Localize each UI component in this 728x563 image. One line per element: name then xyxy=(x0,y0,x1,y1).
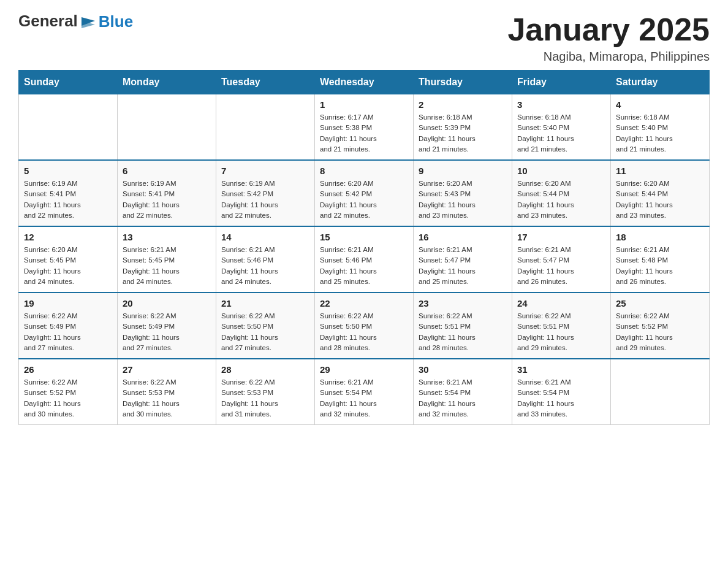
calendar-cell: 19Sunrise: 6:22 AMSunset: 5:49 PMDayligh… xyxy=(19,293,118,359)
column-header-sunday: Sunday xyxy=(19,71,118,94)
calendar-cell: 26Sunrise: 6:22 AMSunset: 5:52 PMDayligh… xyxy=(19,359,118,425)
calendar-cell: 5Sunrise: 6:19 AMSunset: 5:41 PMDaylight… xyxy=(19,160,118,226)
day-number: 11 xyxy=(616,166,704,176)
day-number: 15 xyxy=(320,232,408,242)
day-info: Sunrise: 6:22 AMSunset: 5:52 PMDaylight:… xyxy=(616,311,704,353)
day-number: 21 xyxy=(221,298,309,308)
column-header-friday: Friday xyxy=(512,71,611,94)
calendar-cell: 10Sunrise: 6:20 AMSunset: 5:44 PMDayligh… xyxy=(512,160,611,226)
calendar-cell: 31Sunrise: 6:21 AMSunset: 5:54 PMDayligh… xyxy=(512,359,611,425)
day-info: Sunrise: 6:20 AMSunset: 5:44 PMDaylight:… xyxy=(517,178,605,221)
day-info: Sunrise: 6:21 AMSunset: 5:54 PMDaylight:… xyxy=(419,377,507,419)
calendar-cell: 3Sunrise: 6:18 AMSunset: 5:40 PMDaylight… xyxy=(512,94,611,161)
day-number: 24 xyxy=(517,298,605,308)
day-info: Sunrise: 6:21 AMSunset: 5:45 PMDaylight:… xyxy=(123,245,211,287)
calendar-cell: 11Sunrise: 6:20 AMSunset: 5:44 PMDayligh… xyxy=(611,160,710,226)
page-subtitle: Nagiba, Mimaropa, Philippines xyxy=(507,50,710,64)
calendar-cell: 1Sunrise: 6:17 AMSunset: 5:38 PMDaylight… xyxy=(315,94,414,161)
calendar-cell: 24Sunrise: 6:22 AMSunset: 5:51 PMDayligh… xyxy=(512,293,611,359)
calendar-week-4: 19Sunrise: 6:22 AMSunset: 5:49 PMDayligh… xyxy=(19,293,710,359)
calendar-cell: 18Sunrise: 6:21 AMSunset: 5:48 PMDayligh… xyxy=(611,226,710,293)
day-number: 10 xyxy=(517,166,605,176)
day-number: 1 xyxy=(320,99,408,110)
day-number: 6 xyxy=(123,166,211,176)
day-info: Sunrise: 6:20 AMSunset: 5:44 PMDaylight:… xyxy=(616,178,704,221)
day-number: 9 xyxy=(419,166,507,176)
day-number: 28 xyxy=(221,364,309,375)
day-number: 26 xyxy=(24,364,112,375)
day-number: 27 xyxy=(123,364,211,375)
calendar-table: SundayMondayTuesdayWednesdayThursdayFrid… xyxy=(18,70,710,425)
day-number: 12 xyxy=(24,232,112,242)
day-info: Sunrise: 6:21 AMSunset: 5:47 PMDaylight:… xyxy=(419,245,507,287)
day-info: Sunrise: 6:20 AMSunset: 5:43 PMDaylight:… xyxy=(419,178,507,221)
calendar-cell: 9Sunrise: 6:20 AMSunset: 5:43 PMDaylight… xyxy=(414,160,512,226)
day-number: 8 xyxy=(320,166,408,176)
calendar-cell: 20Sunrise: 6:22 AMSunset: 5:49 PMDayligh… xyxy=(118,293,216,359)
calendar-cell xyxy=(611,359,710,425)
day-number: 16 xyxy=(419,232,507,242)
day-number: 2 xyxy=(419,99,507,110)
day-info: Sunrise: 6:22 AMSunset: 5:51 PMDaylight:… xyxy=(517,311,605,353)
day-number: 18 xyxy=(616,232,704,242)
calendar-cell: 28Sunrise: 6:22 AMSunset: 5:53 PMDayligh… xyxy=(216,359,315,425)
calendar-cell: 25Sunrise: 6:22 AMSunset: 5:52 PMDayligh… xyxy=(611,293,710,359)
calendar-cell xyxy=(118,94,216,161)
calendar-cell: 23Sunrise: 6:22 AMSunset: 5:51 PMDayligh… xyxy=(414,293,512,359)
title-section: January 2025 Nagiba, Mimaropa, Philippin… xyxy=(507,12,710,64)
day-number: 23 xyxy=(419,298,507,308)
column-header-wednesday: Wednesday xyxy=(315,71,414,94)
day-info: Sunrise: 6:21 AMSunset: 5:46 PMDaylight:… xyxy=(320,245,408,287)
day-info: Sunrise: 6:20 AMSunset: 5:45 PMDaylight:… xyxy=(24,245,112,287)
calendar-cell: 16Sunrise: 6:21 AMSunset: 5:47 PMDayligh… xyxy=(414,226,512,293)
calendar-cell xyxy=(216,94,315,161)
day-info: Sunrise: 6:18 AMSunset: 5:40 PMDaylight:… xyxy=(616,112,704,155)
day-number: 19 xyxy=(24,298,112,308)
day-number: 4 xyxy=(616,99,704,110)
day-number: 30 xyxy=(419,364,507,375)
calendar-cell: 6Sunrise: 6:19 AMSunset: 5:41 PMDaylight… xyxy=(118,160,216,226)
day-info: Sunrise: 6:21 AMSunset: 5:46 PMDaylight:… xyxy=(221,245,309,287)
calendar-cell: 30Sunrise: 6:21 AMSunset: 5:54 PMDayligh… xyxy=(414,359,512,425)
day-info: Sunrise: 6:22 AMSunset: 5:53 PMDaylight:… xyxy=(221,377,309,419)
logo-blue: Blue xyxy=(99,12,133,31)
day-info: Sunrise: 6:19 AMSunset: 5:41 PMDaylight:… xyxy=(123,178,211,221)
day-info: Sunrise: 6:20 AMSunset: 5:42 PMDaylight:… xyxy=(320,178,408,221)
day-info: Sunrise: 6:22 AMSunset: 5:50 PMDaylight:… xyxy=(320,311,408,353)
calendar-cell: 8Sunrise: 6:20 AMSunset: 5:42 PMDaylight… xyxy=(315,160,414,226)
calendar-cell xyxy=(19,94,118,161)
day-number: 3 xyxy=(517,99,605,110)
day-info: Sunrise: 6:21 AMSunset: 5:47 PMDaylight:… xyxy=(517,245,605,287)
page-title: January 2025 xyxy=(507,12,710,47)
calendar-cell: 22Sunrise: 6:22 AMSunset: 5:50 PMDayligh… xyxy=(315,293,414,359)
day-number: 25 xyxy=(616,298,704,308)
day-info: Sunrise: 6:21 AMSunset: 5:54 PMDaylight:… xyxy=(320,377,408,419)
day-info: Sunrise: 6:21 AMSunset: 5:54 PMDaylight:… xyxy=(517,377,605,419)
day-number: 7 xyxy=(221,166,309,176)
day-number: 20 xyxy=(123,298,211,308)
day-info: Sunrise: 6:22 AMSunset: 5:51 PMDaylight:… xyxy=(419,311,507,353)
day-info: Sunrise: 6:22 AMSunset: 5:53 PMDaylight:… xyxy=(123,377,211,419)
column-header-monday: Monday xyxy=(118,71,216,94)
column-header-thursday: Thursday xyxy=(414,71,512,94)
calendar-week-5: 26Sunrise: 6:22 AMSunset: 5:52 PMDayligh… xyxy=(19,359,710,425)
day-info: Sunrise: 6:18 AMSunset: 5:40 PMDaylight:… xyxy=(517,112,605,155)
logo-flag-icon xyxy=(79,15,97,33)
calendar-week-1: 1Sunrise: 6:17 AMSunset: 5:38 PMDaylight… xyxy=(19,94,710,161)
calendar-cell: 7Sunrise: 6:19 AMSunset: 5:42 PMDaylight… xyxy=(216,160,315,226)
day-info: Sunrise: 6:22 AMSunset: 5:49 PMDaylight:… xyxy=(24,311,112,353)
calendar-cell: 12Sunrise: 6:20 AMSunset: 5:45 PMDayligh… xyxy=(19,226,118,293)
calendar-cell: 17Sunrise: 6:21 AMSunset: 5:47 PMDayligh… xyxy=(512,226,611,293)
column-header-saturday: Saturday xyxy=(611,71,710,94)
day-number: 13 xyxy=(123,232,211,242)
day-number: 14 xyxy=(221,232,309,242)
calendar-week-3: 12Sunrise: 6:20 AMSunset: 5:45 PMDayligh… xyxy=(19,226,710,293)
day-info: Sunrise: 6:19 AMSunset: 5:42 PMDaylight:… xyxy=(221,178,309,221)
day-info: Sunrise: 6:21 AMSunset: 5:48 PMDaylight:… xyxy=(616,245,704,287)
day-info: Sunrise: 6:22 AMSunset: 5:52 PMDaylight:… xyxy=(24,377,112,419)
day-number: 17 xyxy=(517,232,605,242)
calendar-cell: 13Sunrise: 6:21 AMSunset: 5:45 PMDayligh… xyxy=(118,226,216,293)
day-info: Sunrise: 6:22 AMSunset: 5:49 PMDaylight:… xyxy=(123,311,211,353)
calendar-week-2: 5Sunrise: 6:19 AMSunset: 5:41 PMDaylight… xyxy=(19,160,710,226)
day-number: 29 xyxy=(320,364,408,375)
